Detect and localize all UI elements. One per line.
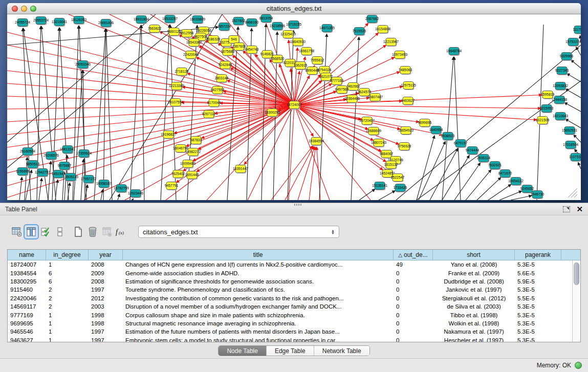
cell-year[interactable]: 1998: [89, 312, 123, 318]
cell-in-degree[interactable]: 1: [46, 320, 89, 326]
cell-short[interactable]: Nakamura et al. (1997): [433, 329, 515, 335]
graph-edge[interactable]: [442, 155, 469, 200]
cell-pagerank[interactable]: 5.3E-5: [515, 261, 561, 268]
graph-edge[interactable]: [578, 162, 581, 169]
graph-edge[interactable]: [419, 141, 445, 200]
cell-title[interactable]: Disruption of a novel member of a sodium…: [123, 303, 394, 310]
cell-in-degree[interactable]: 6: [46, 270, 89, 276]
graph-edge[interactable]: [294, 105, 313, 137]
dropdown-stepper-icon[interactable]: ▲▼: [331, 229, 335, 234]
table-panel-header[interactable]: Table Panel ✕: [0, 203, 588, 215]
cell-out-de-[interactable]: 0: [394, 270, 433, 276]
graph-edge[interactable]: [294, 95, 542, 105]
table-scrollbar[interactable]: [572, 260, 580, 342]
table-row[interactable]: 1938455462009Genome-wide association stu…: [8, 269, 572, 277]
table-row[interactable]: 2242004622012Investigating the contribut…: [8, 294, 572, 302]
cell-title[interactable]: Estimation of the future numbers of pati…: [123, 329, 394, 335]
graph-edge[interactable]: [565, 89, 581, 98]
cell-out-de-[interactable]: 0: [394, 329, 433, 335]
cell-short[interactable]: Yano et al. (2008): [433, 261, 515, 268]
network-canvas[interactable]: 2405572420553724132160411812635320691406…: [7, 14, 581, 200]
column-header-name[interactable]: name: [8, 250, 46, 260]
cell-in-degree[interactable]: 2: [46, 295, 89, 301]
graph-edge[interactable]: [359, 189, 375, 200]
graph-edge[interactable]: [118, 194, 120, 200]
graph-edge[interactable]: [511, 195, 532, 200]
network-window-titlebar[interactable]: citations_edges.txt: [7, 3, 581, 14]
cell-short[interactable]: Hescheler et al. (1997): [433, 337, 515, 342]
cell-in-degree[interactable]: 1: [46, 337, 89, 342]
cell-pagerank[interactable]: 5.3E-5: [515, 337, 561, 342]
table-row[interactable]: 946554611997Estimation of the future num…: [8, 327, 572, 336]
cell-title[interactable]: Tourette syndrome. Phenomenology and cla…: [123, 287, 394, 293]
graph-edge[interactable]: [19, 177, 22, 200]
cell-name[interactable]: 18300295: [8, 278, 46, 285]
cell-short[interactable]: Jankovic et al. (1997): [433, 287, 515, 293]
graph-edge[interactable]: [430, 148, 458, 200]
graph-edge[interactable]: [294, 105, 541, 108]
column-header-in-degree[interactable]: in_degree: [46, 250, 89, 260]
graph-edge[interactable]: [48, 161, 51, 200]
panel-splitter-handle[interactable]: [294, 204, 301, 206]
cell-name[interactable]: 9777169: [8, 312, 46, 318]
cell-short[interactable]: de Silva et al. (2003): [433, 303, 515, 310]
graph-edge[interactable]: [576, 47, 581, 55]
cell-in-degree[interactable]: 1: [46, 261, 89, 268]
table-row[interactable]: 977716911998Corpus callosum shape and si…: [8, 311, 572, 319]
cell-out-de-[interactable]: 0: [394, 295, 433, 301]
float-panel-icon[interactable]: [563, 206, 570, 212]
column-header-out-de-[interactable]: △out_de...: [394, 250, 433, 260]
table-row[interactable]: 969969511998Structural magnetic resonanc…: [8, 319, 572, 327]
cell-out-de-[interactable]: 0: [394, 337, 433, 342]
cell-year[interactable]: 2008: [89, 261, 123, 268]
graph-edge[interactable]: [309, 147, 316, 200]
tab-node-table[interactable]: Node Table: [219, 346, 267, 356]
table-row[interactable]: 911546021997Tourette syndrome. Phenomeno…: [8, 286, 572, 294]
cell-in-degree[interactable]: 6: [46, 278, 89, 285]
new-table-icon[interactable]: [72, 225, 85, 238]
graph-edge[interactable]: [417, 136, 434, 200]
memory-status-icon[interactable]: [575, 362, 582, 369]
graph-edge[interactable]: [7, 105, 294, 109]
cell-year[interactable]: 1998: [89, 320, 123, 326]
network-window[interactable]: citations_edges.txt 24055724205537241321…: [7, 3, 581, 200]
cell-out-de-[interactable]: 0: [394, 287, 433, 293]
citation-graph[interactable]: 2405572420553724132160411812635320691406…: [7, 14, 581, 200]
cell-title[interactable]: Estimation of significance thresholds fo…: [123, 278, 394, 285]
cell-pagerank[interactable]: 5.9E-5: [515, 278, 561, 285]
cell-pagerank[interactable]: 5.3E-5: [515, 303, 561, 310]
cell-year[interactable]: 2003: [89, 303, 123, 310]
table-row[interactable]: 1830029562008Estimation of significance …: [8, 277, 572, 286]
cell-year[interactable]: 1997: [89, 329, 123, 335]
column-header-short[interactable]: short: [433, 250, 515, 260]
cell-pagerank[interactable]: 5.6E-5: [515, 270, 561, 276]
table-row[interactable]: 1456911722003Disruption of a novel membe…: [8, 302, 572, 311]
table-row[interactable]: 1872400712008Changes of HCN gene express…: [8, 260, 572, 269]
graph-edge[interactable]: [130, 25, 141, 200]
graph-edge[interactable]: [55, 180, 58, 200]
cell-name[interactable]: 9465546: [8, 329, 46, 335]
table-scrollbar-thumb[interactable]: [574, 262, 579, 285]
cell-in-degree[interactable]: 1: [46, 329, 89, 335]
column-header-title[interactable]: title: [123, 250, 394, 260]
cell-pagerank[interactable]: 5.5E-5: [515, 295, 561, 301]
cell-year[interactable]: 2009: [89, 270, 123, 276]
graph-edge[interactable]: [466, 169, 491, 200]
import-table-icon[interactable]: [100, 225, 114, 238]
graph-edge[interactable]: [133, 199, 133, 200]
column-header-pagerank[interactable]: pagerank: [515, 250, 561, 260]
cell-title[interactable]: Corpus callosum shape and size in male p…: [123, 312, 394, 318]
column-visibility-icon[interactable]: [25, 225, 38, 238]
cell-name[interactable]: 19384554: [8, 270, 46, 276]
cell-in-degree[interactable]: 2: [46, 303, 89, 310]
cell-title[interactable]: Embryonic stem cells: a model to study s…: [123, 337, 394, 342]
cell-name[interactable]: 9115460: [8, 287, 46, 293]
cell-short[interactable]: Dudbridge et al. (2008): [433, 278, 515, 285]
cell-year[interactable]: 2012: [89, 295, 123, 301]
graph-edge[interactable]: [7, 105, 294, 186]
cell-title[interactable]: Changes of HCN gene expression and I(f) …: [123, 261, 394, 268]
cell-title[interactable]: Investigating the contribution of common…: [123, 295, 394, 301]
zoom-window-icon[interactable]: [30, 6, 36, 12]
graph-edge[interactable]: [442, 57, 453, 200]
cell-out-de-[interactable]: 49: [394, 261, 433, 268]
